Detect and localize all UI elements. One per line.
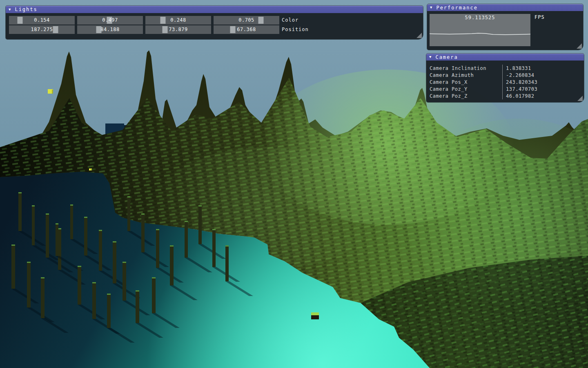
camera-row-value: 1.838331 [502, 65, 531, 72]
resize-grip-icon[interactable] [416, 33, 422, 38]
performance-body: 59.113525 FPS [427, 11, 583, 46]
slider-row-label: Position [282, 25, 309, 34]
camera-row-label: Camera Poz_Z [430, 93, 502, 99]
slider-row-label: Color [282, 16, 298, 25]
camera-row-value: -2.260834 [502, 72, 535, 79]
slider-value: 0.154 [9, 16, 75, 25]
camera-row-value: 46.017982 [502, 92, 535, 99]
camera-row: Camera Poz_Y137.470703 [430, 85, 584, 92]
collapse-triangle-icon[interactable]: ▼ [9, 8, 11, 11]
slider-row: 187.27584.18873.87967.368Position [9, 25, 423, 34]
light-slider[interactable]: 0.705 [214, 16, 279, 25]
camera-panel-title: Camera [435, 54, 458, 60]
camera-row-label: Camera Azimuth [430, 72, 502, 78]
camera-row-label: Camera Pos_X [430, 79, 502, 85]
light-slider[interactable]: 67.368 [214, 25, 279, 34]
camera-row-value: 137.470703 [502, 85, 537, 92]
camera-row: Camera Pos_X243.820343 [430, 79, 584, 85]
slider-value: 0.497 [77, 16, 143, 25]
lights-slider-rows: 0.1540.4970.2480.705Color187.27584.18873… [6, 13, 423, 34]
collapse-triangle-icon[interactable]: ▼ [430, 6, 433, 9]
fps-graph: 59.113525 [430, 14, 530, 46]
camera-row-label: Camera Inclination [430, 65, 502, 71]
camera-row: Camera Azimuth-2.260834 [430, 72, 584, 79]
collapse-triangle-icon[interactable]: ▼ [429, 55, 432, 59]
performance-panel: ▼ Performance 59.113525 FPS [427, 4, 583, 50]
camera-readout-rows: Camera Inclination1.838331Camera Azimuth… [426, 61, 584, 99]
resize-grip-icon[interactable] [577, 43, 582, 49]
fps-value: 59.113525 [430, 15, 530, 20]
slider-value: 187.275 [9, 25, 75, 34]
lights-panel-titlebar[interactable]: ▼ Lights [6, 6, 423, 13]
camera-panel-titlebar[interactable]: ▼ Camera [426, 54, 584, 61]
slider-value: 73.879 [145, 25, 211, 34]
lights-panel: ▼ Lights 0.1540.4970.2480.705Color187.27… [6, 6, 423, 39]
camera-panel: ▼ Camera Camera Inclination1.838331Camer… [426, 54, 584, 102]
slider-value: 84.188 [77, 25, 143, 34]
fps-label: FPS [535, 14, 545, 46]
performance-panel-title: Performance [436, 5, 477, 11]
camera-row: Camera Poz_Z46.017982 [430, 92, 584, 99]
slider-value: 67.368 [214, 25, 279, 34]
performance-panel-titlebar[interactable]: ▼ Performance [427, 4, 583, 11]
light-slider[interactable]: 84.188 [77, 25, 143, 34]
light-slider[interactable]: 187.275 [9, 25, 75, 34]
light-slider[interactable]: 73.879 [145, 25, 211, 34]
camera-row-label: Camera Poz_Y [430, 86, 502, 92]
camera-row: Camera Inclination1.838331 [430, 65, 584, 72]
camera-row-value: 243.820343 [502, 79, 537, 85]
slider-value: 0.705 [214, 16, 279, 25]
light-slider[interactable]: 0.154 [9, 16, 75, 25]
slider-row: 0.1540.4970.2480.705Color [9, 16, 423, 25]
light-slider[interactable]: 0.497 [77, 16, 143, 25]
lights-panel-title: Lights [15, 7, 37, 12]
resize-grip-icon[interactable] [577, 96, 583, 101]
light-slider[interactable]: 0.248 [145, 16, 211, 25]
slider-value: 0.248 [145, 16, 211, 25]
